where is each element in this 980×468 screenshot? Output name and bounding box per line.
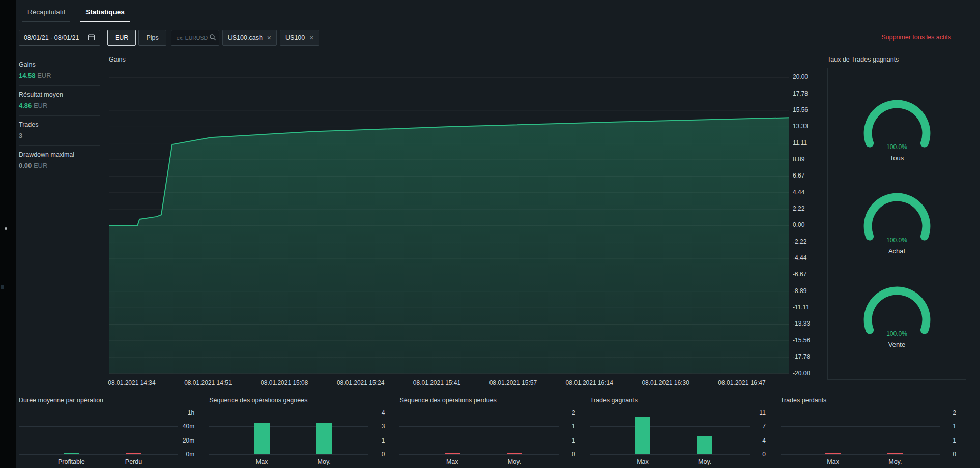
asset-search-box[interactable] xyxy=(171,30,219,46)
stat-item: Drawdown maximal0.00 EUR xyxy=(19,145,100,175)
date-range-value: 08/01/21 - 08/01/21 xyxy=(24,34,79,41)
category-label: Profitable xyxy=(58,458,85,465)
gridline xyxy=(399,413,559,413)
y-axis-label: 4.44 xyxy=(793,189,804,196)
unit-button-pips[interactable]: Pips xyxy=(138,30,166,46)
bar-Profitable xyxy=(64,453,79,454)
gains-y-axis: 20.0017.7815.5613.3311.118.896.674.442.2… xyxy=(793,56,823,392)
bottom-charts: Durée moyenne par opération1h40m20m0mPro… xyxy=(19,397,961,466)
stat-value: 0.00 EUR xyxy=(19,162,100,169)
stat-label: Gains xyxy=(19,61,100,68)
y-axis-label: 13.33 xyxy=(793,123,808,130)
mini-chart-plot: 2110 xyxy=(399,407,580,455)
y-axis-label: 6.67 xyxy=(793,172,804,179)
mini-chart-winning-trades: Trades gagnants11740MaxMoy. xyxy=(590,397,771,466)
y-axis-label: -15.56 xyxy=(793,337,810,344)
y-axis-label: -8.89 xyxy=(793,287,806,295)
y-axis-label: 2 xyxy=(940,409,956,416)
mini-chart-losing-trades: Trades perdants2110MaxMoy. xyxy=(781,397,961,466)
mini-chart-avg-duration: Durée moyenne par opération1h40m20m0mPro… xyxy=(19,397,199,466)
gridline xyxy=(209,454,368,455)
y-axis-label: 0 xyxy=(940,451,956,458)
y-axis-label: -4.44 xyxy=(793,254,806,261)
y-axis-label: 2 xyxy=(559,409,575,416)
asset-tags: US100.cash×US100× xyxy=(219,30,320,46)
asset-tag-label: US100.cash xyxy=(228,34,263,41)
gridline xyxy=(590,454,750,455)
category-label: Perdu xyxy=(125,458,142,465)
mini-chart-plot: 4310 xyxy=(209,407,390,455)
bar-Max xyxy=(445,453,460,454)
asset-search-input[interactable] xyxy=(176,34,209,41)
asset-tag[interactable]: US100× xyxy=(280,30,319,46)
category-label: Moy. xyxy=(508,458,521,465)
y-axis-label: 20m xyxy=(178,437,194,444)
y-axis-label: 4 xyxy=(750,437,766,444)
top-tabs: Récapitulatif Statistiques xyxy=(22,6,130,22)
stat-item: Trades3 xyxy=(19,115,100,145)
mini-chart-title: Séquence des opérations gagnées xyxy=(209,397,390,405)
mini-chart-plot: 2110 xyxy=(781,407,961,455)
stat-item: Résultat moyen4.86 EUR xyxy=(19,85,100,115)
stat-value: 14.58 EUR xyxy=(19,72,100,79)
mini-chart-win-streak: Séquence des opérations gagnées4310MaxMo… xyxy=(209,397,390,466)
y-axis-label: 20.00 xyxy=(793,73,808,80)
x-axis-label: 08.01.2021 15:57 xyxy=(482,379,543,386)
y-axis-label: 0 xyxy=(750,451,766,458)
x-axis-label: 08.01.2021 15:08 xyxy=(254,379,315,386)
gridline xyxy=(19,454,178,455)
tab-recapitulatif[interactable]: Récapitulatif xyxy=(22,6,70,22)
mini-chart-categories: ProfitablePerdu xyxy=(19,458,199,466)
x-axis-label: 08.01.2021 16:30 xyxy=(635,379,696,386)
win-rate-title: Taux de Trades gagnants xyxy=(827,56,966,63)
remove-tag-icon[interactable]: × xyxy=(309,34,313,41)
stat-value: 3 xyxy=(19,132,100,139)
y-axis-label: 1 xyxy=(368,437,385,444)
bar-Moy xyxy=(697,436,712,454)
bar-Perdu xyxy=(126,453,141,454)
category-label: Max xyxy=(256,458,268,465)
stat-item: Gains14.58 EUR xyxy=(19,56,100,85)
mini-chart-plot: 11740 xyxy=(590,407,771,455)
left-edge-strip xyxy=(0,0,16,468)
gains-plot xyxy=(109,69,789,375)
y-axis-label: -17.78 xyxy=(793,353,810,360)
y-axis-label: 11 xyxy=(750,409,766,416)
summary-stats: Gains14.58 EURRésultat moyen4.86 EURTrad… xyxy=(19,56,100,175)
stat-label: Trades xyxy=(19,121,100,128)
gains-chart-title: Gains xyxy=(109,56,824,63)
gridline xyxy=(19,441,178,441)
calendar-icon[interactable] xyxy=(88,33,95,42)
unit-button-eur[interactable]: EUR xyxy=(107,30,136,46)
strip-dot xyxy=(1,285,4,289)
bar-Max xyxy=(254,423,270,455)
filter-bar: 08/01/21 - 08/01/21 EUR Pips xyxy=(19,30,319,46)
date-range-input[interactable]: 08/01/21 - 08/01/21 xyxy=(19,30,100,46)
mini-chart-title: Durée moyenne par opération xyxy=(19,397,199,405)
y-axis-label: 4 xyxy=(368,409,385,416)
tab-statistiques[interactable]: Statistiques xyxy=(80,6,130,22)
mini-chart-title: Trades perdants xyxy=(781,397,961,405)
y-axis-label: -2.22 xyxy=(793,238,806,245)
y-axis-label: 2.22 xyxy=(793,205,804,212)
asset-tag[interactable]: US100.cash× xyxy=(222,30,277,46)
mini-chart-title: Trades gagnants xyxy=(590,397,771,405)
y-axis-label: 8.89 xyxy=(793,156,804,163)
remove-all-assets-link[interactable]: Supprimer tous les actifs xyxy=(881,34,951,41)
x-axis-label: 08.01.2021 15:41 xyxy=(407,379,468,386)
stat-label: Drawdown maximal xyxy=(19,151,100,158)
remove-tag-icon[interactable]: × xyxy=(267,34,271,41)
category-label: Moy. xyxy=(318,458,331,465)
strip-dot xyxy=(5,227,7,230)
y-axis-label: 3 xyxy=(368,423,385,430)
asset-tag-label: US100 xyxy=(285,34,305,41)
category-label: Max xyxy=(446,458,458,465)
gridline xyxy=(781,454,940,455)
mini-chart-categories: MaxMoy. xyxy=(399,458,580,466)
gridline xyxy=(590,413,750,413)
y-axis-label: 1h xyxy=(178,409,194,416)
y-axis-label: 0 xyxy=(559,451,575,458)
gridline xyxy=(19,413,178,413)
x-axis-label: 08.01.2021 16:47 xyxy=(711,379,772,386)
y-axis-label: 15.56 xyxy=(793,106,808,113)
